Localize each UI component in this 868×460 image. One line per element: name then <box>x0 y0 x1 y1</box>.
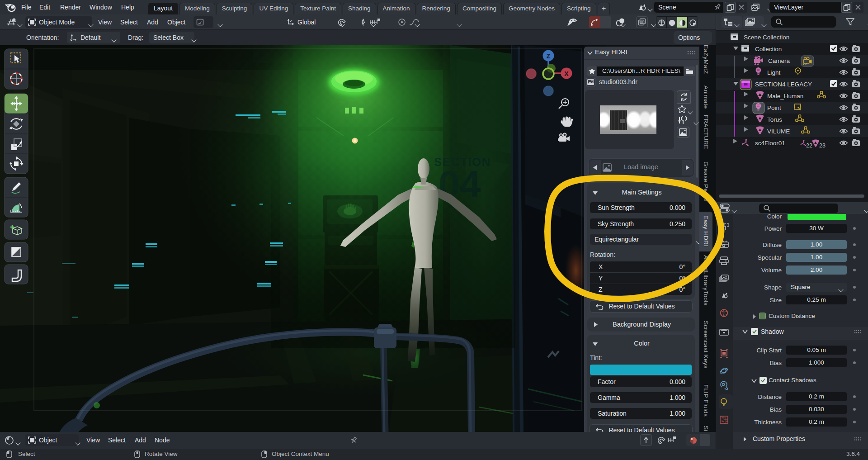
svg-text:Light: Light <box>767 69 781 76</box>
svg-text:SECTION4 LEGACY: SECTION4 LEGACY <box>755 81 812 88</box>
svg-text:Collection: Collection <box>755 46 782 52</box>
svg-text:Male_Human: Male_Human <box>767 93 803 100</box>
svg-text:X: X <box>564 70 569 77</box>
svg-text:23: 23 <box>819 142 826 149</box>
svg-text:Z: Z <box>547 52 551 60</box>
svg-text:Camera: Camera <box>768 57 790 64</box>
svg-text:Point: Point <box>767 104 781 111</box>
svg-text:Torus: Torus <box>767 116 782 123</box>
svg-text:Scene Collection: Scene Collection <box>744 34 789 41</box>
svg-text:sc4Floor01: sc4Floor01 <box>755 140 785 147</box>
svg-text:VILUME: VILUME <box>767 128 790 135</box>
svg-text:22: 22 <box>806 142 812 149</box>
